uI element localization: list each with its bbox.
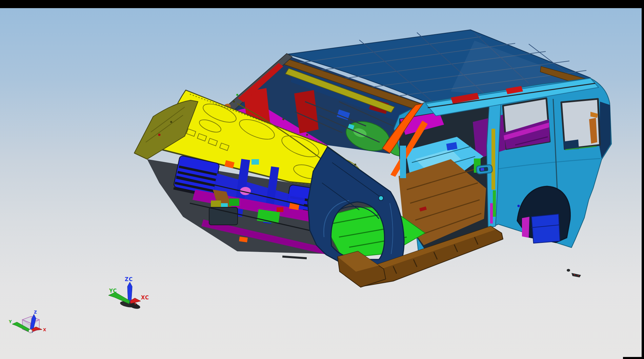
cad-viewport[interactable]: ZC YC XC Z Y X: [0, 0, 644, 359]
b-pillar-reinforcement-olive: [491, 129, 495, 190]
front-lower-panel: [209, 207, 238, 225]
viewport-canvas[interactable]: ZC YC XC Z Y X: [0, 0, 644, 359]
wheelhouse-box[interactable]: [531, 214, 560, 243]
rear-door-window[interactable]: [503, 98, 550, 149]
wcs-z-label: ZC: [125, 276, 133, 282]
frame-right-bar: [642, 0, 644, 359]
datum-z-label: Z: [34, 310, 37, 315]
wheelhouse-magenta-part[interactable]: [522, 217, 529, 238]
frame-top-bar: [0, 0, 644, 8]
datum-x-label: X: [43, 328, 46, 332]
quarter-window[interactable]: [561, 99, 600, 150]
fender-hole-cyan: [379, 196, 383, 200]
door-handle[interactable]: [476, 165, 492, 174]
wcs-y-label: YC: [109, 288, 117, 294]
frame-corner-notch: [623, 357, 644, 359]
wcs-x-label: XC: [141, 295, 149, 301]
wcs-z-axis-arrow[interactable]: [127, 282, 132, 302]
datum-y-label: Y: [8, 319, 12, 324]
datum-origin-sphere[interactable]: [29, 330, 33, 333]
